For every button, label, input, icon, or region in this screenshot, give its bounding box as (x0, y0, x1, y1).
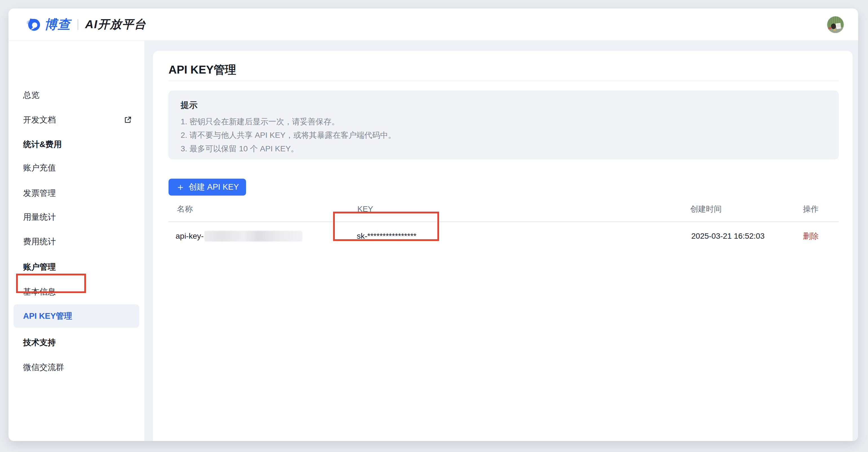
redacted-name-blur (204, 231, 302, 241)
sidebar-item-label: 开发文档 (23, 115, 56, 124)
platform-title: AI开放平台 (85, 17, 146, 32)
sidebar-section-account: 账户管理 (8, 261, 144, 273)
api-key-masked-cell: sk-**************** (357, 230, 416, 243)
sidebar-item-api-key-management[interactable]: API KEY管理 (13, 304, 139, 328)
content-card: API KEY管理 提示 1. 密钥只会在新建后显示一次，请妥善保存。 2. 请… (153, 51, 852, 441)
tips-item-3: 3. 最多可以保留 10 个 API KEY。 (181, 142, 827, 156)
tips-item-2: 2. 请不要与他人共享 API KEY，或将其暴露在客户端代码中。 (181, 129, 827, 142)
top-header: 博查 AI开放平台 (8, 8, 858, 41)
avatar-image (827, 17, 844, 33)
brand: 博查 AI开放平台 (26, 8, 146, 40)
column-header-created: 创建时间 (690, 203, 722, 215)
delete-link[interactable]: 删除 (803, 230, 819, 243)
tips-item-1: 1. 密钥只会在新建后显示一次，请妥善保存。 (181, 115, 827, 129)
create-api-key-button[interactable]: ＋ 创建 API KEY (168, 179, 246, 196)
sidebar-nav: 总览 开发文档 统计&费用 账户充值 发票管理 用量统计 费用统计 账户管理 基… (8, 41, 144, 441)
bocha-logo-icon (26, 18, 40, 32)
app-window: 博查 AI开放平台 总览 开发文档 (8, 8, 858, 441)
sidebar-item-recharge[interactable]: 账户充值 (8, 161, 144, 174)
brand-name: 博查 (44, 16, 71, 33)
api-key-name-cell: api-key- (176, 230, 302, 243)
sidebar-item-dev-docs[interactable]: 开发文档 (8, 114, 144, 126)
plus-icon: ＋ (176, 182, 185, 192)
created-time-cell: 2025-03-21 16:52:03 (691, 230, 765, 243)
sidebar-item-invoices[interactable]: 发票管理 (8, 187, 144, 199)
brand-divider (78, 19, 79, 30)
user-avatar[interactable] (827, 17, 844, 33)
sidebar-item-fee-stats[interactable]: 费用统计 (8, 235, 144, 248)
sidebar-item-usage-stats[interactable]: 用量统计 (8, 211, 144, 223)
page-title: API KEY管理 (168, 62, 236, 77)
sidebar-section-support: 技术支持 (8, 336, 144, 349)
column-header-action: 操作 (803, 203, 819, 215)
tips-title: 提示 (181, 99, 827, 111)
external-link-icon (124, 116, 132, 123)
tips-box: 提示 1. 密钥只会在新建后显示一次，请妥善保存。 2. 请不要与他人共享 AP… (168, 91, 839, 159)
api-key-name-prefix: api-key- (176, 230, 204, 243)
column-header-key: KEY (358, 203, 373, 215)
sidebar-item-overview[interactable]: 总览 (8, 89, 144, 101)
sidebar-item-basic-info[interactable]: 基本信息 (8, 286, 144, 298)
title-divider (168, 80, 839, 81)
sidebar-section-stats-fees: 统计&费用 (8, 138, 144, 151)
create-api-key-label: 创建 API KEY (189, 182, 239, 193)
column-header-name: 名称 (177, 203, 193, 215)
table-header-divider (168, 222, 839, 222)
sidebar-item-wechat-group[interactable]: 微信交流群 (8, 361, 144, 374)
